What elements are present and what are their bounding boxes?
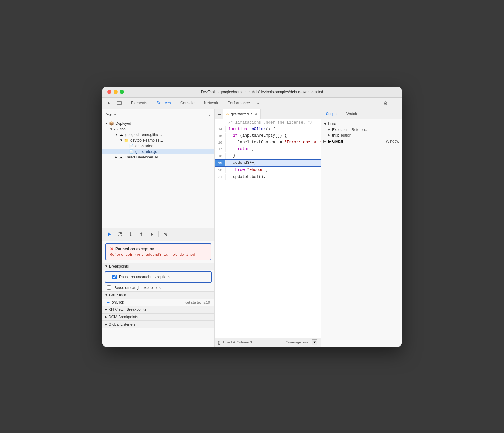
tree-label-devtools-samples: devtools-samples… [130,138,163,143]
tree-item-get-started[interactable]: 📄 get-started [102,143,214,149]
tab-sources[interactable]: Sources [152,97,175,109]
device-icon[interactable] [115,99,124,108]
code-line-20[interactable]: 20 throw "whoops"; [215,167,321,173]
resume-button[interactable] [105,230,114,238]
minimize-button[interactable] [114,90,118,94]
call-stack-item-arrow: ➡ [107,300,110,304]
sidebar-more[interactable]: » [114,112,116,116]
scope-tab-watch[interactable]: Watch [342,109,362,119]
code-line-17[interactable]: 17 return; [215,146,321,153]
scope-this-arrow[interactable]: ▶ [328,133,330,138]
global-listeners-section-header[interactable]: ▶ Global Listeners [102,321,214,328]
tree-item-devtools-samples[interactable]: ▼ 📁 devtools-samples… [102,138,214,143]
exception-banner: ✕ Paused on exception ReferenceError: ad… [105,243,211,260]
scope-this-item[interactable]: ▶ this: button [321,133,402,138]
tree-item-react-devtools[interactable]: ▶ ☁ React Developer To… [102,154,214,160]
js-file-icon: 📄 [129,149,134,154]
tab-network[interactable]: Network [200,97,223,109]
pause-caught-checkbox[interactable] [107,285,111,290]
call-stack-item-location: get-started.js:19 [185,300,210,304]
breakpoints-arrow: ▼ [105,265,108,268]
status-bar: {} Line 19, Column 3 Coverage: n/a ▼ [215,338,321,347]
tree-item-googlechrome[interactable]: ▼ ☁ googlechrome.githu… [102,132,214,138]
title-bar: DevTools - googlechrome.github.io/devtoo… [102,87,402,98]
maximize-button[interactable] [120,90,124,94]
editor-panel: ⬅ ⚠ get-started.js ✕ /* limitations unde… [215,109,321,347]
scope-exception-item[interactable]: ▶ Exception: Referen… [321,127,402,133]
window-controls [107,90,124,94]
error-icon: ✕ [110,246,114,251]
pause-caught-label: Pause on caught exceptions [114,285,161,290]
editor-tab-name: get-started.js [231,112,252,116]
breakpoints-label: Breakpoints [109,264,129,269]
scope-global-section[interactable]: ▶ ▶ Global Window [321,138,402,144]
code-area[interactable]: /* limitations under the License. */ 14 … [215,119,321,338]
tree-item-get-started-js[interactable]: 📄 get-started.js [102,149,214,154]
code-line-14[interactable]: 14 function onClick() { [215,126,321,133]
tab-elements[interactable]: Elements [127,97,152,109]
dom-arrow: ▶ [105,315,107,319]
scope-content: ▼ Local ▶ Exception: Referen… ▶ this: bu… [321,119,402,347]
editor-tab-get-started-js[interactable]: ⚠ get-started.js ✕ [223,109,261,119]
call-stack-item-onclick[interactable]: ➡ onClick get-started.js:19 [102,299,214,306]
editor-tabs: ⬅ ⚠ get-started.js ✕ [215,109,321,119]
sidebar-menu-button[interactable]: ⋮ [207,112,212,117]
svg-rect-0 [117,101,121,105]
breakpoints-panel: ✕ Paused on exception ReferenceError: ad… [102,241,214,347]
tab-console[interactable]: Console [176,97,199,109]
step-over-button[interactable] [116,230,124,238]
tree-item-top[interactable]: ▼ ▭ top [102,126,214,132]
call-stack-arrow: ▼ [105,293,108,297]
editor-back-button[interactable]: ⬅ [216,110,223,118]
tree-label-deployed: Deployed [115,121,131,126]
call-stack-section-header[interactable]: ▼ Call Stack [102,291,214,299]
pause-uncaught-row[interactable]: Pause on uncaught exceptions [108,273,209,281]
xhr-section-header[interactable]: ▶ XHR/fetch Breakpoints [102,306,214,313]
code-line-21[interactable]: 21 updateLabel(); [215,174,321,180]
close-button[interactable] [107,90,111,94]
pretty-print-button[interactable]: {} [218,340,220,345]
dom-section-header[interactable]: ▶ DOM Breakpoints [102,313,214,321]
devtools-window: DevTools - googlechrome.github.io/devtoo… [102,87,402,347]
sidebar: Page » ⋮ ▼ 📦 Deployed ▼ ▭ top [102,109,215,347]
step-out-button[interactable] [137,230,145,238]
exception-title-text: Paused on exception [115,247,154,251]
step-button[interactable] [148,230,156,238]
svg-marker-12 [151,233,153,236]
tree-item-deployed[interactable]: ▼ 📦 Deployed [102,121,214,126]
file-icon: 📄 [129,144,134,148]
pause-uncaught-checkbox[interactable] [112,275,117,279]
svg-marker-11 [140,232,143,234]
tab-bar: Elements Sources Console Network Perform… [102,98,402,109]
code-line-16[interactable]: 16 label.textContent = 'Error: one or bo… [215,139,321,146]
svg-marker-3 [108,232,111,236]
cloud-icon-2: ☁ [119,155,124,159]
breakpoints-section-header[interactable]: ▼ Breakpoints [102,263,214,270]
warning-icon: ⚠ [226,112,229,116]
code-line-19[interactable]: 19 addend3++; [215,159,321,167]
tab-more-button[interactable]: » [255,101,261,105]
cursor-icon[interactable] [105,99,114,108]
scope-tab-scope[interactable]: Scope [321,109,342,119]
call-stack-item-name: onClick [112,300,183,304]
exception-message: ReferenceError: addend3 is not defined [110,253,207,257]
tab-performance[interactable]: Performance [223,97,254,109]
tree-label-googlechrome: googlechrome.githu… [125,133,162,137]
cloud-icon: ☁ [119,133,124,137]
editor-tab-close[interactable]: ✕ [254,112,258,116]
step-into-button[interactable] [127,230,135,238]
xhr-arrow: ▶ [105,308,107,311]
svg-rect-2 [119,105,120,105]
code-line-18[interactable]: 18 } [215,153,321,159]
scope-exception-val: Referen… [351,128,369,132]
scope-local-section[interactable]: ▼ Local [321,121,402,127]
more-button[interactable]: ⋮ [390,99,399,108]
scope-exception-arrow[interactable]: ▶ [328,128,330,132]
scope-global-arrow[interactable]: ▶ [323,139,326,143]
code-line-15[interactable]: 15 if (inputsAreEmpty()) { [215,133,321,139]
settings-button[interactable]: ⚙ [381,99,390,108]
scope-tabs: Scope Watch [321,109,402,119]
deactivate-breakpoints-button[interactable] [161,230,169,238]
coverage-button[interactable]: ▼ [312,339,317,345]
pause-caught-row[interactable]: Pause on caught exceptions [102,284,214,291]
